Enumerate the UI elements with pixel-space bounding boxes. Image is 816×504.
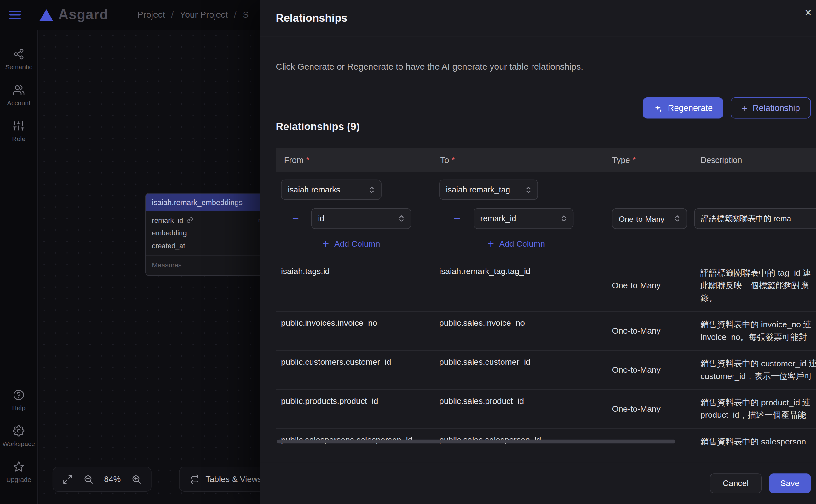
relationship-description-input[interactable] — [694, 208, 816, 229]
plus-icon: + — [741, 103, 747, 113]
sidebar-item-label: Help — [12, 404, 25, 411]
from-table-select[interactable]: isaiah.remarks — [281, 180, 382, 200]
close-icon[interactable]: ✕ — [802, 5, 814, 20]
add-column-button[interactable]: + Add Column — [323, 238, 380, 249]
sidebar-item-label: Workspace — [3, 440, 35, 447]
screen: Asgard Project / Your Project / S Semant… — [0, 0, 816, 504]
sparkle-icon — [653, 103, 663, 113]
add-relationship-button[interactable]: + Relationship — [730, 97, 811, 119]
breadcrumb-item[interactable]: Project — [137, 10, 165, 20]
required-marker: * — [306, 155, 309, 164]
relationship-type-select[interactable]: One-to-Many — [612, 208, 687, 229]
column-header-to: To* — [432, 155, 604, 165]
table-node-remark-embeddings[interactable]: isaiah.remark_embeddings remark_id nu em… — [145, 193, 271, 276]
row-type: One-to-Many — [604, 312, 692, 350]
relationships-modal: Relationships ✕ Click Generate or Regene… — [260, 0, 816, 504]
table-field-row: created_at — [146, 239, 271, 252]
field-name: remark_id — [152, 216, 183, 224]
row-to: public.sales.invoice_no — [432, 312, 604, 350]
row-type: One-to-Many — [604, 429, 692, 446]
sidebar-item-workspace[interactable]: Workspace — [3, 425, 35, 448]
sidebar-item-label: Semantic — [5, 64, 32, 71]
column-header-from: From* — [276, 155, 432, 165]
row-type: One-to-Many — [604, 390, 692, 428]
add-column-button[interactable]: + Add Column — [488, 238, 545, 249]
zoom-level: 84% — [104, 474, 121, 484]
relationship-editor-row: isaiah.remarks − id — [276, 172, 816, 260]
modal-actions: Regenerate + Relationship — [643, 97, 811, 119]
field-name: embedding — [152, 229, 187, 237]
remove-column-icon[interactable]: − — [291, 213, 300, 224]
sidebar-item-semantic[interactable]: Semantic — [5, 49, 32, 71]
relationship-row[interactable]: public.invoices.invoice_no public.sales.… — [276, 311, 816, 350]
role-icon — [13, 120, 24, 132]
row-type: One-to-Many — [604, 260, 692, 311]
row-to: public.sales.product_id — [432, 390, 604, 428]
editor-type-cell: One-to-Many — [604, 180, 692, 229]
row-description: 評語標籤關聯表中的 tag_id 連 此關聯反映一個標籤能夠對應 錄。 — [692, 260, 816, 311]
relationship-row[interactable]: isaiah.tags.id isaiah.remark_tag.tag_id … — [276, 260, 816, 311]
modal-hint-text: Click Generate or Regenerate to have the… — [276, 62, 583, 72]
account-icon — [13, 84, 24, 96]
sidebar: Semantic Account Role Help Workspace — [0, 30, 38, 504]
editor-description-cell — [692, 180, 816, 229]
plus-icon: + — [488, 238, 494, 249]
row-description: 銷售資料表中的 invoice_no 連 invoice_no。每張發票可能對 — [692, 312, 816, 350]
chevron-updown-icon — [369, 186, 375, 194]
row-from: public.products.product_id — [276, 390, 432, 428]
chevron-updown-icon — [526, 186, 531, 194]
table-field-row: remark_id nu — [146, 214, 271, 226]
to-table-select[interactable]: isaiah.remark_tag — [439, 180, 538, 200]
save-button[interactable]: Save — [769, 473, 811, 493]
row-to: public.sales.customer_id — [432, 351, 604, 389]
fit-view-icon[interactable] — [62, 474, 73, 484]
required-marker: * — [633, 155, 636, 164]
brand-name: Asgard — [58, 7, 108, 23]
tables-views-label: Tables & Views — [205, 474, 262, 484]
from-column-select[interactable]: id — [311, 208, 411, 229]
horizontal-scrollbar[interactable] — [277, 440, 675, 444]
relationship-row[interactable]: public.customers.customer_id public.sale… — [276, 350, 816, 389]
add-relationship-label: Relationship — [753, 103, 800, 113]
chevron-updown-icon — [399, 215, 404, 223]
semantic-icon — [13, 49, 24, 60]
sidebar-item-label: Account — [7, 99, 31, 106]
sidebar-item-label: Upgrade — [6, 476, 31, 483]
to-column-select[interactable]: remark_id — [474, 208, 573, 229]
relationships-table: From* To* Type* Description — [276, 148, 816, 446]
sidebar-item-role[interactable]: Role — [12, 120, 25, 143]
measures-section-label: Measures — [146, 256, 271, 275]
row-from: isaiah.tags.id — [276, 260, 432, 311]
column-header-type: Type* — [604, 155, 692, 165]
row-description: 銷售資料表中的 salesperson 的 salesperson_id，一位業… — [692, 429, 816, 446]
star-icon — [13, 461, 24, 472]
chevron-updown-icon — [675, 215, 680, 223]
row-to: public.sales.salesperson_id — [432, 429, 604, 446]
editor-to-cell: isaiah.remark_tag − remark_id — [432, 180, 604, 249]
link-icon — [187, 217, 193, 223]
sidebar-item-account[interactable]: Account — [7, 84, 31, 107]
column-header-description: Description — [692, 155, 816, 165]
modal-footer: Cancel Save — [260, 462, 816, 504]
menu-icon[interactable] — [9, 11, 21, 19]
regenerate-button[interactable]: Regenerate — [643, 97, 723, 119]
relationship-row[interactable]: public.products.product_id public.sales.… — [276, 389, 816, 428]
row-type: One-to-Many — [604, 351, 692, 389]
breadcrumb-item[interactable]: Your Project — [180, 10, 228, 20]
breadcrumb-separator: / — [234, 10, 237, 20]
field-name: created_at — [152, 242, 185, 250]
regenerate-label: Regenerate — [668, 103, 713, 113]
breadcrumb: Project / Your Project / S — [137, 10, 249, 20]
zoom-out-icon[interactable] — [83, 474, 94, 484]
breadcrumb-separator: / — [171, 10, 174, 20]
required-marker: * — [452, 155, 455, 164]
breadcrumb-item[interactable]: S — [243, 10, 249, 20]
remove-column-icon[interactable]: − — [453, 213, 461, 224]
row-from: public.customers.customer_id — [276, 351, 432, 389]
sidebar-item-help[interactable]: Help — [12, 389, 25, 412]
zoom-controls: 84% — [53, 467, 152, 492]
zoom-in-icon[interactable] — [131, 474, 141, 484]
cancel-button[interactable]: Cancel — [710, 473, 762, 493]
sidebar-item-upgrade[interactable]: Upgrade — [6, 461, 31, 483]
editor-from-cell: isaiah.remarks − id — [276, 180, 432, 249]
